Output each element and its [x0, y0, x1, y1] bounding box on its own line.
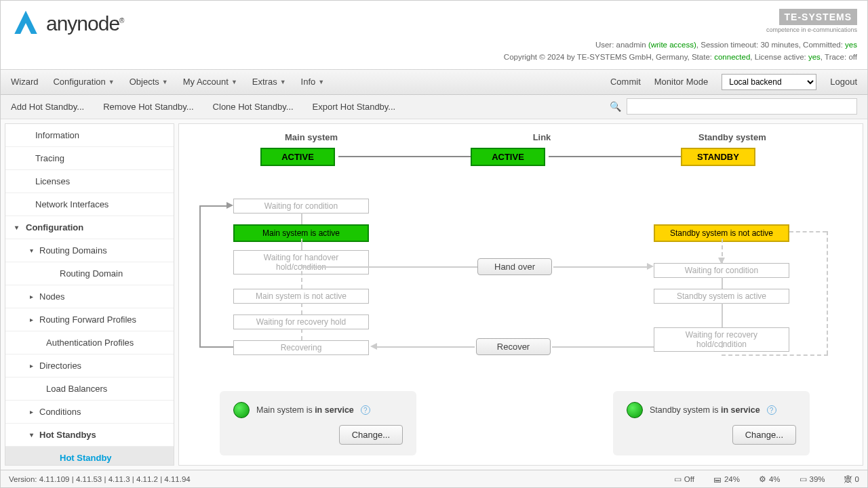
- chevron-down-icon: ▼: [318, 79, 324, 85]
- version-label: Version: 4.11.109 | 4.11.53 | 4.11.3 | 4…: [9, 475, 191, 483]
- menu-my-account[interactable]: My Account▼: [183, 77, 237, 87]
- sidebar-item-conditions[interactable]: ▸Conditions: [5, 401, 174, 424]
- menu-info[interactable]: Info▼: [301, 77, 325, 87]
- backend-select[interactable]: Local backend: [722, 74, 816, 90]
- sidebar-item-authentication-profiles[interactable]: Authentication Profiles: [5, 331, 174, 354]
- chevron-down-icon: ▼: [231, 79, 237, 85]
- remove-hot-standby-button[interactable]: Remove Hot Standby...: [103, 102, 193, 112]
- menu-wizard[interactable]: Wizard: [11, 77, 38, 87]
- export-hot-standby-button[interactable]: Export Hot Standby...: [313, 102, 396, 112]
- state-waiting-condition-2: Waiting for condition: [654, 263, 789, 278]
- state-standby-active: Standby system is active: [654, 289, 789, 304]
- menu-extras[interactable]: Extras▼: [252, 77, 286, 87]
- state-link[interactable]: connected: [714, 53, 750, 61]
- sidebar-item-hot-standby[interactable]: Hot Standby: [5, 447, 174, 466]
- connector: [722, 303, 723, 327]
- disk-icon: 🖴: [713, 475, 722, 483]
- anynode-logo-icon: [11, 9, 41, 39]
- license-link[interactable]: yes: [808, 53, 821, 61]
- change-main-button[interactable]: Change...: [339, 425, 403, 445]
- connector: [376, 346, 475, 348]
- sidebar-item-routing-domain[interactable]: Routing Domain: [5, 262, 174, 285]
- state-recovering: Recovering: [233, 340, 369, 355]
- main-status-card: Main system is in service ? Change...: [220, 391, 416, 455]
- sidebar-item-load-balancers[interactable]: Load Balancers: [5, 378, 174, 401]
- sidebar-item-information[interactable]: Information: [5, 124, 174, 147]
- help-icon[interactable]: ?: [767, 405, 776, 415]
- brand-name: anynode®: [46, 12, 123, 35]
- main-panel: Main system Link Standby system ACTIVE A…: [178, 123, 863, 466]
- connector: [722, 341, 723, 348]
- sidebar-item-hot-standbys[interactable]: ▾Hot Standbys: [5, 424, 174, 447]
- header-right: TE-SYSTEMS competence in e-communication…: [504, 9, 857, 64]
- logout-button[interactable]: Logout: [830, 77, 857, 87]
- add-hot-standby-button[interactable]: Add Hot Standby...: [11, 102, 84, 112]
- sidebar-item-routing-forward-profiles[interactable]: ▸Routing Forward Profiles: [5, 308, 174, 331]
- arrow-icon: [647, 263, 654, 270]
- sidebar-item-configuration[interactable]: ▾Configuration: [5, 216, 174, 239]
- search-input[interactable]: [627, 98, 857, 115]
- link-active-badge: ACTIVE: [471, 148, 545, 166]
- menu-configuration[interactable]: Configuration▼: [53, 77, 114, 87]
- tree-collapsed-icon: ▸: [30, 408, 33, 415]
- write-access-link[interactable]: (write access): [648, 41, 696, 49]
- standby-system-label: Standby system: [688, 129, 777, 145]
- footer-disk: 🖴24%: [713, 475, 740, 483]
- connector: [301, 303, 302, 314]
- help-icon[interactable]: ?: [361, 405, 370, 415]
- state-main-not-active: Main system is not active: [233, 289, 369, 304]
- menu-objects[interactable]: Objects▼: [130, 77, 168, 87]
- sidebar-item-licenses[interactable]: Licenses: [5, 170, 174, 193]
- connector: [789, 231, 827, 232]
- state-waiting-condition: Waiting for condition: [233, 199, 369, 214]
- link-label: Link: [505, 129, 579, 145]
- committed-link[interactable]: yes: [845, 41, 857, 49]
- connector: [199, 205, 228, 207]
- chevron-down-icon: ▼: [108, 79, 115, 85]
- header: anynode® TE-SYSTEMS competence in e-comm…: [1, 1, 867, 69]
- arrow-icon: [718, 258, 725, 264]
- company-logo: TE-SYSTEMS: [779, 9, 857, 25]
- chevron-down-icon: ▼: [162, 79, 168, 85]
- session-info: User: anadmin (write access), Session ti…: [504, 39, 857, 51]
- connector: [827, 231, 828, 354]
- memory-icon: ▭: [800, 474, 807, 484]
- recover-button[interactable]: Recover: [476, 338, 551, 355]
- connector: [301, 213, 302, 224]
- footer-alerts: 🕸0: [844, 475, 859, 483]
- logo: anynode®: [11, 9, 123, 39]
- commit-button[interactable]: Commit: [610, 77, 641, 87]
- clone-hot-standby-button[interactable]: Clone Hot Standby...: [213, 102, 294, 112]
- arrow-icon: [370, 343, 377, 350]
- standby-badge: STANDBY: [681, 148, 755, 166]
- connector: [301, 239, 302, 250]
- connector: [199, 205, 201, 348]
- main-system-label: Main system: [274, 129, 349, 145]
- sidebar-item-directories[interactable]: ▸Directories: [5, 354, 174, 378]
- connector: [553, 266, 648, 268]
- gear-icon: ⚙: [759, 474, 766, 484]
- connector: [549, 156, 681, 157]
- tree-collapsed-icon: ▸: [30, 362, 33, 369]
- sidebar-item-tracing[interactable]: Tracing: [5, 147, 174, 170]
- connector: [722, 354, 828, 356]
- monitor-mode-button[interactable]: Monitor Mode: [654, 77, 708, 87]
- footer-cpu: ⚙4%: [759, 474, 781, 484]
- tree-expanded-icon: ▾: [30, 431, 33, 439]
- connector: [301, 266, 477, 268]
- connector: [722, 277, 723, 289]
- sidebar[interactable]: Information Tracing Licenses Network Int…: [5, 123, 174, 466]
- sidebar-item-nodes[interactable]: ▸Nodes: [5, 285, 174, 308]
- standby-status-text: Standby system is in service: [650, 405, 760, 415]
- sidebar-item-routing-domains[interactable]: ▾Routing Domains: [5, 239, 174, 262]
- connector: [301, 329, 302, 340]
- footer: Version: 4.11.109 | 4.11.53 | 4.11.3 | 4…: [1, 470, 867, 487]
- chevron-down-icon: ▼: [280, 79, 286, 85]
- footer-off: ▭Off: [674, 474, 694, 484]
- sidebar-item-network[interactable]: Network Interfaces: [5, 193, 174, 216]
- change-standby-button[interactable]: Change...: [732, 425, 796, 445]
- tree-expanded-icon: ▾: [30, 247, 33, 254]
- system-info: Copyright © 2024 by TE-SYSTEMS GmbH, Ger…: [504, 51, 857, 63]
- hand-over-button[interactable]: Hand over: [477, 258, 552, 275]
- state-waiting-recovery: Waiting for recovery hold: [233, 314, 369, 329]
